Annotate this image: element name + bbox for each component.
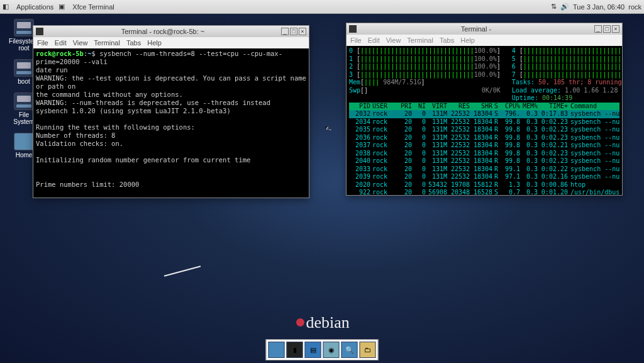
wallpaper-streak [164,265,201,276]
menu-tabs[interactable]: Tabs [126,39,141,47]
menu-file[interactable]: File [350,36,362,44]
debian-watermark: ●debian [294,311,349,332]
maximize-button[interactable]: □ [603,25,611,33]
close-button[interactable]: × [299,28,306,35]
menubar[interactable]: FileEditViewTerminalTabsHelp [33,37,309,48]
menu-edit[interactable]: Edit [55,39,67,47]
dock-files[interactable]: ▤ [305,342,321,358]
terminal-task-icon[interactable]: ▣ [58,3,67,11]
process-row[interactable]: 2035rock200131M2253218304R99.80.30:02.23… [349,126,619,134]
menu-file[interactable]: File [37,39,48,47]
menu-help[interactable]: Help [460,36,475,44]
terminal-htop[interactable]: Terminal - _ □ × FileEditViewTerminalTab… [346,23,623,196]
menu-edit[interactable]: Edit [368,36,380,44]
minimize-button[interactable]: _ [594,25,602,33]
process-row[interactable]: 922rock200569082034816528S0.70.30:01.20/… [349,189,619,195]
dock-web[interactable]: ◉ [323,342,340,358]
process-row[interactable]: 2036rock200131M2253218304R99.80.30:02.23… [349,134,619,142]
terminal-body[interactable]: rock@rock-5b:~$ sysbench --num-threads=8… [33,48,309,198]
applications-menu[interactable]: Applications [16,3,53,11]
process-row[interactable]: 2020rock200534321970815812R1.30.30:00.86… [349,181,619,189]
clock[interactable]: Tue 3 Jan, 06:40 [573,3,625,11]
htop-header-row[interactable]: PIDUSERPRINIVIRTRESSHRSCPU%MEM%TIME+Comm… [349,103,619,111]
process-row[interactable]: 2032rock200131M2253218304S796.0.30:17.83… [349,110,619,118]
dock[interactable]: ▮ ▤ ◉ 🔍 🗀 [266,339,379,360]
titlebar[interactable]: Terminal - _ □ × [347,23,622,35]
dock-terminal[interactable]: ▮ [287,342,303,358]
minimize-button[interactable]: _ [281,28,289,35]
close-button[interactable]: × [612,25,619,33]
dock-show-desktop[interactable] [269,342,285,358]
titlebar[interactable]: Terminal - rock@rock-5b: ~ _ □ × [33,26,309,37]
menu-tabs[interactable]: Tabs [440,36,454,44]
taskbar-item[interactable]: Xfce Terminal [72,3,114,11]
top-panel: ◧ Applications ▣ Xfce Terminal ⇅ 🔊 Tue 3… [0,0,644,14]
process-row[interactable]: 2034rock200131M2253218304R99.80.30:02.23… [349,118,619,126]
dock-folder[interactable]: 🗀 [360,342,376,358]
dock-search[interactable]: 🔍 [341,342,358,358]
menu-view[interactable]: View [73,39,88,47]
htop-body[interactable]: 0[||||||||||||||||||||||||||||||100.0%]1… [347,46,622,195]
mouse-cursor: ↖ [323,123,332,134]
maximize-button[interactable]: □ [290,28,297,35]
process-row[interactable]: 2038rock200131M2253218304R99.80.30:02.23… [349,150,619,158]
menubar[interactable]: FileEditViewTerminalTabsHelp [347,35,622,46]
menu-view[interactable]: View [386,36,401,44]
menu-help[interactable]: Help [147,39,162,47]
user-label[interactable]: rock [628,3,641,11]
menu-terminal[interactable]: Terminal [407,36,433,44]
volume-icon[interactable]: 🔊 [560,3,569,11]
window-title: Terminal - rock@rock-5b: ~ [46,28,280,35]
window-icon [349,25,357,33]
menu-terminal[interactable]: Terminal [94,39,120,47]
process-row[interactable]: 2037rock200131M2253218304R99.80.30:02.21… [349,142,619,150]
menu-icon[interactable]: ◧ [3,3,11,11]
process-row[interactable]: 2039rock200131M2253218304R97.10.30:02.16… [349,173,619,181]
process-row[interactable]: 2033rock200131M2253218304R99.10.30:02.22… [349,165,619,174]
window-title: Terminal - [359,25,593,33]
terminal-sysbench[interactable]: Terminal - rock@rock-5b: ~ _ □ × FileEdi… [33,25,309,198]
network-icon[interactable]: ⇅ [551,3,557,11]
process-row[interactable]: 2040rock200131M2253218304R99.80.30:02.23… [349,157,619,165]
window-icon [36,28,43,35]
